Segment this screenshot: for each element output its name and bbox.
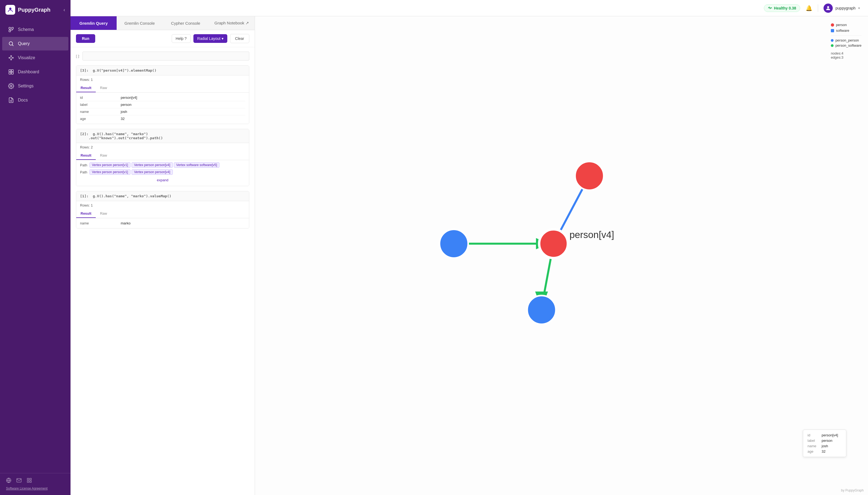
docs-icon bbox=[8, 97, 14, 103]
path-tag: Vertex person person[v1] bbox=[89, 162, 130, 168]
health-badge: Healthy 0.38 bbox=[764, 4, 800, 12]
user-icon bbox=[825, 5, 831, 11]
row-key: name bbox=[80, 109, 118, 114]
globe-icon[interactable] bbox=[6, 478, 12, 483]
path-label: Path bbox=[80, 163, 87, 167]
sidebar-item-schema[interactable]: Schema bbox=[2, 23, 68, 36]
query-block-3: [3]: g.V("person[v4]").elementMap() Rows… bbox=[76, 65, 249, 124]
query-icon bbox=[8, 41, 14, 47]
tooltip-key-age: age bbox=[808, 449, 819, 454]
query-input[interactable] bbox=[83, 52, 249, 61]
input-label: [ ]: bbox=[76, 54, 80, 58]
table-row: name marko bbox=[80, 220, 245, 227]
license-link[interactable]: Software License Agreement bbox=[6, 487, 48, 490]
help-button[interactable]: Help ? bbox=[172, 34, 191, 43]
result-tab-raw-2[interactable]: Raw bbox=[96, 151, 111, 160]
sidebar: PuppyGraph ‹ Schema Query Visualize Dash… bbox=[0, 0, 71, 495]
svg-point-12 bbox=[11, 59, 12, 60]
tab-bar: Gremlin Query Gremlin Console Cypher Con… bbox=[71, 16, 255, 30]
row-key: label bbox=[80, 103, 118, 107]
result-tab-raw-3[interactable]: Raw bbox=[96, 84, 111, 92]
run-button[interactable]: Run bbox=[76, 34, 95, 43]
result-tabs-2: Result Raw bbox=[76, 151, 249, 160]
legend-item-software: software bbox=[831, 29, 862, 33]
graph-node-selected[interactable] bbox=[539, 229, 568, 258]
node-label: person[v4] bbox=[569, 229, 614, 240]
query-label-2: [2]: bbox=[80, 132, 88, 136]
svg-rect-20 bbox=[12, 72, 13, 74]
graph-node[interactable] bbox=[439, 229, 468, 258]
tooltip-val-name: josh bbox=[821, 444, 828, 448]
svg-point-10 bbox=[11, 56, 12, 57]
layout-button[interactable]: Radial Layout ▾ bbox=[193, 34, 227, 43]
dashboard-icon bbox=[8, 69, 14, 75]
tab-graph-notebook[interactable]: Graph Notebook ↗ bbox=[209, 16, 255, 30]
clear-button[interactable]: Clear bbox=[230, 34, 249, 43]
result-tab-raw-1[interactable]: Raw bbox=[96, 209, 111, 218]
expand-button[interactable]: expand bbox=[80, 176, 245, 184]
path-row: Path Vertex person person[v1] Vertex per… bbox=[80, 162, 245, 168]
row-key: name bbox=[80, 221, 118, 225]
row-val: marko bbox=[121, 221, 130, 225]
notification-bell-icon[interactable]: 🔔 bbox=[805, 5, 812, 12]
table-row: label person bbox=[80, 101, 245, 108]
graph-node[interactable] bbox=[575, 161, 604, 190]
query-header-1: [1]: g.V().has("name", "marko").valueMap… bbox=[76, 191, 249, 201]
legend-dot-person bbox=[831, 23, 834, 27]
sidebar-item-settings[interactable]: Settings bbox=[2, 79, 68, 93]
tooltip-row-label: label person bbox=[808, 439, 842, 443]
collapse-icon[interactable]: ‹ bbox=[64, 7, 65, 13]
health-icon bbox=[768, 6, 772, 10]
sidebar-item-query[interactable]: Query bbox=[2, 37, 68, 50]
sidebar-item-visualize[interactable]: Visualize bbox=[2, 51, 68, 65]
grid-icon[interactable] bbox=[26, 478, 32, 483]
main: Healthy 0.38 🔔 puppygraph ▾ Gremlin Quer… bbox=[71, 0, 868, 495]
graph-node[interactable] bbox=[527, 295, 556, 324]
result-tab-result-1[interactable]: Result bbox=[76, 209, 96, 218]
result-tab-result-3[interactable]: Result bbox=[76, 84, 96, 92]
nodes-count: nodes:4 bbox=[831, 51, 862, 55]
row-val: josh bbox=[121, 109, 127, 114]
svg-line-8 bbox=[12, 45, 13, 46]
table-row: id person[v4] bbox=[80, 94, 245, 101]
path-label: Path bbox=[80, 170, 87, 174]
tab-cypher-console[interactable]: Cypher Console bbox=[163, 16, 209, 30]
graph-panel: person[v4] person software person_person bbox=[255, 16, 868, 495]
svg-rect-2 bbox=[12, 28, 13, 29]
topbar-user[interactable]: puppygraph ▾ bbox=[823, 3, 860, 13]
tab-gremlin-query[interactable]: Gremlin Query bbox=[71, 16, 117, 30]
result-tabs-3: Result Raw bbox=[76, 84, 249, 92]
sidebar-item-dashboard[interactable]: Dashboard bbox=[2, 65, 68, 79]
sidebar-footer-icons bbox=[6, 478, 65, 483]
result-table-1: name marko bbox=[76, 218, 249, 228]
sidebar-logo: PuppyGraph ‹ bbox=[0, 0, 71, 19]
svg-point-0 bbox=[9, 7, 12, 10]
result-tab-result-2[interactable]: Result bbox=[76, 151, 96, 160]
schema-icon bbox=[8, 27, 14, 33]
path-tag: Vertex person person[v4] bbox=[131, 169, 173, 175]
svg-rect-1 bbox=[9, 28, 11, 29]
legend-item-person: person bbox=[831, 23, 862, 27]
graph-legend: person software person_person person_sof… bbox=[831, 23, 862, 59]
path-row: Path Vertex person person[v1] Vertex per… bbox=[80, 169, 245, 175]
sidebar-item-query-label: Query bbox=[18, 41, 30, 46]
tab-gremlin-console[interactable]: Gremlin Console bbox=[117, 16, 163, 30]
row-val: 32 bbox=[121, 117, 124, 121]
mail-icon[interactable] bbox=[16, 478, 22, 483]
sidebar-item-docs[interactable]: Docs bbox=[2, 93, 68, 107]
sidebar-item-settings-label: Settings bbox=[18, 84, 34, 88]
visualize-icon bbox=[8, 55, 14, 61]
query-text-2: g.V().has("name", "marko") .out("knows")… bbox=[80, 132, 163, 140]
svg-point-9 bbox=[9, 57, 10, 58]
graph-svg: person[v4] bbox=[255, 16, 868, 495]
row-key: age bbox=[80, 117, 118, 121]
legend-edges-section: person_person person_software bbox=[831, 35, 862, 48]
table-row: age 32 bbox=[80, 115, 245, 122]
svg-point-11 bbox=[13, 57, 14, 58]
legend-label-software: software bbox=[836, 29, 849, 33]
content: Gremlin Query Gremlin Console Cypher Con… bbox=[71, 16, 868, 495]
health-text: Healthy 0.38 bbox=[774, 6, 796, 10]
rows-label-1: Rows: 1 bbox=[76, 201, 249, 209]
legend-square-software bbox=[831, 29, 834, 32]
avatar bbox=[823, 3, 833, 13]
